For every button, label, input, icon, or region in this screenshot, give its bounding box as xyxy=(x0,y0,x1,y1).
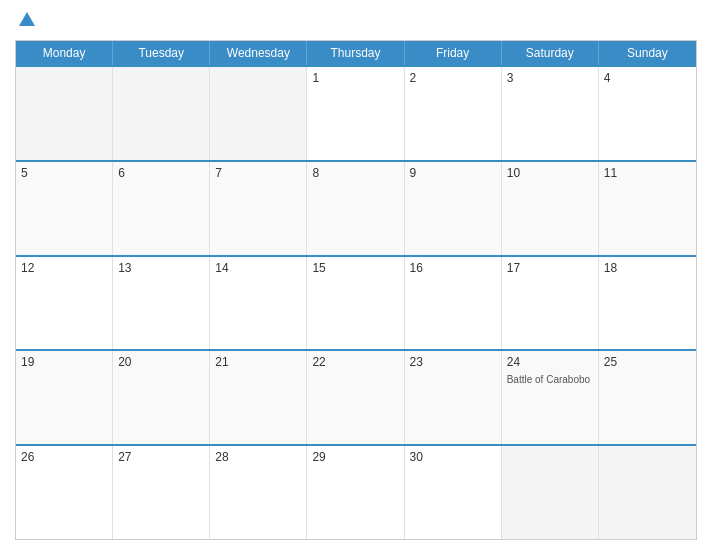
day-header-sunday: Sunday xyxy=(599,41,696,65)
day-number: 25 xyxy=(604,355,691,369)
day-header-friday: Friday xyxy=(405,41,502,65)
week-row-3: 12131415161718 xyxy=(16,255,696,350)
day-cell xyxy=(113,67,210,160)
day-cell: 15 xyxy=(307,257,404,350)
day-number: 27 xyxy=(118,450,204,464)
day-cell: 21 xyxy=(210,351,307,444)
day-cell: 5 xyxy=(16,162,113,255)
day-number: 29 xyxy=(312,450,398,464)
day-cell: 4 xyxy=(599,67,696,160)
day-cell: 6 xyxy=(113,162,210,255)
day-number: 18 xyxy=(604,261,691,275)
day-number: 26 xyxy=(21,450,107,464)
day-cell: 1 xyxy=(307,67,404,160)
day-number: 5 xyxy=(21,166,107,180)
day-number: 6 xyxy=(118,166,204,180)
day-number: 9 xyxy=(410,166,496,180)
day-cell: 8 xyxy=(307,162,404,255)
day-header-monday: Monday xyxy=(16,41,113,65)
day-header-saturday: Saturday xyxy=(502,41,599,65)
day-number: 4 xyxy=(604,71,691,85)
day-number: 12 xyxy=(21,261,107,275)
day-number: 7 xyxy=(215,166,301,180)
holiday-label: Battle of Carabobo xyxy=(507,374,590,385)
week-row-2: 567891011 xyxy=(16,160,696,255)
week-row-1: 1234 xyxy=(16,65,696,160)
day-number: 1 xyxy=(312,71,398,85)
day-cell: 12 xyxy=(16,257,113,350)
day-cell: 3 xyxy=(502,67,599,160)
weeks-container: 123456789101112131415161718192021222324B… xyxy=(16,65,696,539)
header xyxy=(15,10,697,32)
day-cell: 16 xyxy=(405,257,502,350)
day-cell: 10 xyxy=(502,162,599,255)
day-number: 16 xyxy=(410,261,496,275)
day-header-thursday: Thursday xyxy=(307,41,404,65)
day-number: 28 xyxy=(215,450,301,464)
day-number: 23 xyxy=(410,355,496,369)
week-row-4: 192021222324Battle of Carabobo25 xyxy=(16,349,696,444)
day-cell: 27 xyxy=(113,446,210,539)
logo-triangle-icon xyxy=(19,12,35,26)
day-number: 17 xyxy=(507,261,593,275)
day-number: 22 xyxy=(312,355,398,369)
calendar-page: MondayTuesdayWednesdayThursdayFridaySatu… xyxy=(0,0,712,550)
day-number: 30 xyxy=(410,450,496,464)
day-cell: 2 xyxy=(405,67,502,160)
day-cell: 29 xyxy=(307,446,404,539)
day-number: 14 xyxy=(215,261,301,275)
day-cell: 25 xyxy=(599,351,696,444)
day-header-wednesday: Wednesday xyxy=(210,41,307,65)
calendar-grid: MondayTuesdayWednesdayThursdayFridaySatu… xyxy=(15,40,697,540)
day-cell: 30 xyxy=(405,446,502,539)
day-number: 3 xyxy=(507,71,593,85)
day-cell: 11 xyxy=(599,162,696,255)
days-header: MondayTuesdayWednesdayThursdayFridaySatu… xyxy=(16,41,696,65)
day-cell: 24Battle of Carabobo xyxy=(502,351,599,444)
day-header-tuesday: Tuesday xyxy=(113,41,210,65)
day-cell: 22 xyxy=(307,351,404,444)
day-cell xyxy=(210,67,307,160)
day-number: 19 xyxy=(21,355,107,369)
day-number: 24 xyxy=(507,355,593,369)
day-cell: 20 xyxy=(113,351,210,444)
day-cell: 13 xyxy=(113,257,210,350)
day-cell xyxy=(16,67,113,160)
day-number: 20 xyxy=(118,355,204,369)
day-number: 21 xyxy=(215,355,301,369)
day-cell: 28 xyxy=(210,446,307,539)
day-number: 13 xyxy=(118,261,204,275)
day-cell: 7 xyxy=(210,162,307,255)
day-cell: 18 xyxy=(599,257,696,350)
logo xyxy=(15,14,39,28)
day-cell: 9 xyxy=(405,162,502,255)
day-number: 2 xyxy=(410,71,496,85)
day-cell: 17 xyxy=(502,257,599,350)
day-cell xyxy=(599,446,696,539)
day-number: 11 xyxy=(604,166,691,180)
day-number: 10 xyxy=(507,166,593,180)
week-row-5: 2627282930 xyxy=(16,444,696,539)
day-cell: 26 xyxy=(16,446,113,539)
day-cell: 19 xyxy=(16,351,113,444)
day-number: 8 xyxy=(312,166,398,180)
day-cell xyxy=(502,446,599,539)
day-cell: 14 xyxy=(210,257,307,350)
day-number: 15 xyxy=(312,261,398,275)
day-cell: 23 xyxy=(405,351,502,444)
